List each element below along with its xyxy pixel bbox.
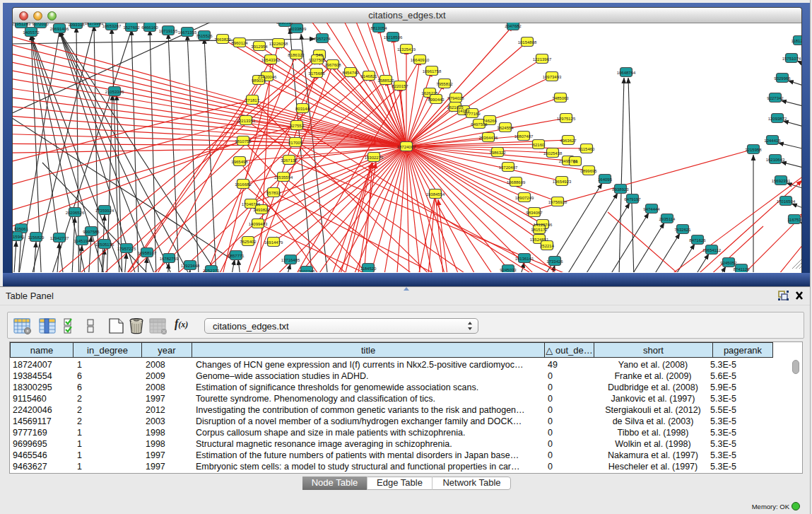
svg-text:13720407: 13720407 [499,165,518,170]
svg-text:64: 64 [573,160,578,164]
svg-text:7357274: 7357274 [314,37,331,41]
svg-text:20691406: 20691406 [50,27,69,31]
svg-text:9474444: 9474444 [643,207,660,211]
svg-text:13226058: 13226058 [269,42,288,46]
svg-text:12975125: 12975125 [557,117,576,121]
svg-text:18375991: 18375991 [85,23,104,25]
svg-text:10961758: 10961758 [423,69,442,74]
svg-text:13524851: 13524851 [530,238,549,242]
svg-text:1815172: 1815172 [531,228,548,232]
svg-text:1810755: 1810755 [235,139,252,144]
svg-text:15692391: 15692391 [772,179,791,183]
svg-text:803144: 803144 [295,107,310,111]
svg-text:557832: 557832 [266,191,281,195]
svg-text:9227342: 9227342 [767,96,784,100]
svg-text:1527602: 1527602 [123,25,140,30]
svg-text:989016: 989016 [252,78,266,83]
svg-text:17359924: 17359924 [95,209,114,213]
svg-text:13654923: 13654923 [553,180,572,184]
svg-text:271817: 271817 [245,98,260,103]
svg-text:8220157: 8220157 [392,84,408,88]
svg-text:1916682: 1916682 [235,182,252,187]
svg-text:2967608: 2967608 [324,63,341,67]
svg-text:19218506: 19218506 [384,35,403,40]
svg-text:10958107: 10958107 [138,251,157,255]
svg-text:1244415: 1244415 [764,139,781,143]
svg-text:10654112: 10654112 [702,248,722,252]
svg-text:4963627: 4963627 [560,139,577,143]
svg-text:1965498: 1965498 [231,160,248,164]
svg-text:10543362: 10543362 [261,58,281,62]
svg-text:9327505: 9327505 [309,58,326,62]
svg-text:10688609: 10688609 [507,180,526,185]
svg-text:3915941: 3915941 [13,235,25,239]
svg-text:7625402: 7625402 [240,240,257,244]
svg-text:2047682: 2047682 [505,24,522,28]
svg-text:3493822: 3493822 [253,208,270,212]
svg-text:12942737: 12942737 [50,236,69,240]
svg-text:16671355: 16671355 [178,30,197,35]
svg-text:20206526: 20206526 [66,211,85,215]
svg-text:16782759: 16782759 [160,257,179,261]
svg-text:16914479: 16914479 [264,240,283,245]
svg-text:8960124: 8960124 [231,41,248,45]
svg-text:12093872: 12093872 [768,117,787,121]
svg-text:12213967: 12213967 [533,57,552,62]
svg-text:12213351: 12213351 [237,119,256,123]
svg-text:746266: 746266 [483,119,498,123]
svg-text:10653267: 10653267 [102,24,122,28]
svg-text:17957225: 17957225 [117,247,136,251]
svg-text:8990531: 8990531 [276,23,293,25]
svg-text:1184520: 1184520 [360,267,377,271]
svg-text:2252371: 2252371 [203,269,220,273]
svg-text:21053346: 21053346 [105,90,124,94]
svg-text:20364436: 20364436 [479,136,498,140]
svg-text:7485063: 7485063 [552,96,569,100]
svg-text:19384554: 19384554 [426,192,445,197]
svg-text:10154808: 10154808 [518,40,537,45]
svg-text:10719155: 10719155 [159,29,178,33]
svg-text:8471626: 8471626 [689,238,706,243]
svg-text:10648764: 10648764 [617,71,636,75]
svg-text:18724007: 18724007 [397,145,416,149]
svg-text:8938923: 8938923 [612,187,629,192]
svg-text:17046766: 17046766 [242,202,261,206]
svg-text:16033809: 16033809 [288,27,307,31]
svg-text:11325419: 11325419 [397,47,416,52]
svg-text:1405572: 1405572 [23,30,40,35]
svg-text:1626215: 1626215 [421,91,438,95]
svg-text:546: 546 [316,53,324,57]
svg-text:17016504: 17016504 [777,199,796,204]
svg-text:1145194: 1145194 [74,239,91,243]
svg-text:7663822: 7663822 [214,37,231,42]
svg-text:9777169: 9777169 [464,112,481,116]
svg-text:19756928: 19756928 [548,200,567,204]
svg-text:21951283: 21951283 [13,23,31,26]
svg-text:1156829: 1156829 [28,235,45,240]
svg-text:9245033: 9245033 [500,268,517,272]
svg-text:18907249: 18907249 [515,196,534,200]
svg-text:8454749: 8454749 [342,71,359,75]
svg-text:13716485: 13716485 [281,258,300,262]
svg-text:16640910: 16640910 [411,58,430,62]
svg-text:164095: 164095 [598,177,613,182]
svg-text:8186323: 8186323 [288,53,305,57]
svg-text:15751074: 15751074 [782,57,801,61]
svg-text:9245052: 9245052 [720,261,737,265]
svg-text:15302275: 15302275 [365,156,384,160]
svg-text:8102246: 8102246 [298,269,315,273]
svg-text:835061: 835061 [14,227,29,231]
svg-text:8741120: 8741120 [734,267,751,271]
svg-text:1093318: 1093318 [68,23,85,27]
svg-text:6466160: 6466160 [141,25,158,30]
svg-text:9329966: 9329966 [774,76,791,81]
svg-text:7632621: 7632621 [674,228,691,232]
svg-text:9146821: 9146821 [360,74,377,78]
svg-text:217005: 217005 [288,141,303,145]
svg-text:9115460: 9115460 [579,147,596,151]
svg-text:13535594: 13535594 [274,175,293,180]
svg-text:3912954: 3912954 [251,45,268,49]
svg-text:14099483: 14099483 [249,222,268,226]
svg-text:1733426: 1733426 [546,259,563,264]
svg-text:8990443: 8990443 [428,98,445,102]
